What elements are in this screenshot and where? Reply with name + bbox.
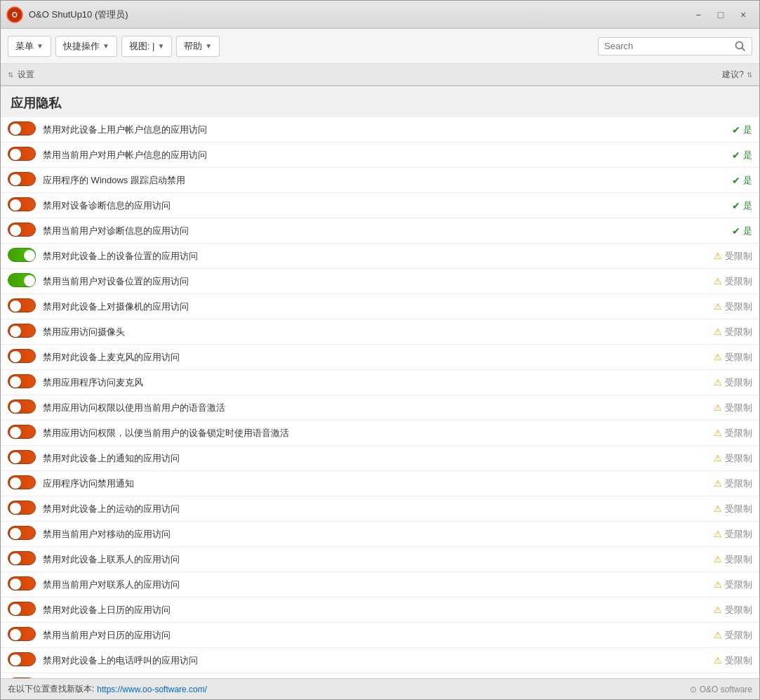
table-row: 禁用当前用户对日历的应用访问⚠受限制: [1, 623, 759, 648]
table-row: 禁用当前用户对联系人的应用访问⚠受限制: [1, 572, 759, 597]
toggle-switch[interactable]: [8, 273, 36, 287]
recommend-text: 受限制: [725, 553, 752, 566]
toggle-switch[interactable]: [8, 172, 36, 186]
menu-button[interactable]: 菜单 ▼: [8, 36, 51, 57]
row-label: 禁用对此设备上日历的应用访问: [43, 604, 668, 616]
table-row: 应用程序访问禁用通知⚠受限制: [1, 471, 759, 496]
table-row: 禁用对此设备上对摄像机的应用访问⚠受限制: [1, 294, 759, 319]
toggle-wrapper: [8, 147, 36, 163]
recommend-text: 受限制: [725, 250, 752, 263]
toggle-off-icon: [8, 576, 36, 590]
toggle-off-icon: [8, 298, 36, 312]
recommend-text: 受限制: [725, 326, 752, 338]
svg-text:O: O: [12, 11, 18, 19]
row-label: 应用程序访问禁用通知: [43, 477, 668, 490]
row-label: 应用程序的 Windows 跟踪启动禁用: [43, 174, 668, 187]
recommend-text: 受限制: [725, 427, 752, 440]
row-label: 禁用当前用户对联系人的应用访问: [43, 579, 668, 591]
toggle-switch[interactable]: [8, 248, 36, 262]
toggle-wrapper: [8, 121, 36, 138]
quickops-button[interactable]: 快捷操作 ▼: [55, 36, 117, 57]
app-icon: O: [6, 6, 23, 23]
toggle-switch[interactable]: [8, 576, 36, 590]
toggle-wrapper: [8, 602, 36, 618]
table-row: 禁用对此设备上的运动的应用访问⚠受限制: [1, 496, 759, 522]
recommend-cell: ⚠受限制: [668, 553, 752, 566]
toggle-switch[interactable]: [8, 324, 36, 338]
toggle-wrapper: [8, 475, 36, 491]
recommend-text: 受限制: [725, 579, 752, 591]
toggle-switch[interactable]: [8, 121, 36, 136]
recommend-cell: ⚠受限制: [668, 376, 752, 389]
row-label: 禁用对此设备上的设备位置的应用访问: [43, 250, 668, 263]
toggle-switch[interactable]: [8, 526, 36, 540]
toggle-switch[interactable]: [8, 501, 36, 515]
recommend-cell: ✔是: [668, 225, 752, 237]
maximize-button[interactable]: □: [710, 6, 731, 23]
toggle-off-icon: [8, 172, 36, 186]
recommend-cell: ⚠受限制: [668, 654, 752, 667]
search-input[interactable]: [604, 41, 731, 51]
warning-icon: ⚠: [714, 630, 722, 640]
warning-icon: ⚠: [714, 655, 722, 666]
view-button[interactable]: 视图: | ▼: [121, 36, 173, 57]
row-label: 禁用应用访问权限，以便当前用户的设备锁定时使用语音激活: [43, 427, 668, 440]
table-row: 禁用当前用户对设备位置的应用访问⚠受限制: [1, 269, 759, 294]
toggle-switch[interactable]: [8, 450, 36, 464]
toggle-switch[interactable]: [8, 425, 36, 439]
toggle-switch[interactable]: [8, 399, 36, 414]
warning-icon: ⚠: [714, 605, 722, 615]
recommend-text: 是: [743, 225, 752, 237]
row-label: 禁用当前用户对移动的应用访问: [43, 528, 668, 541]
col-setting-header[interactable]: ⇅ 设置: [8, 69, 668, 81]
window-controls: − □ ×: [688, 6, 754, 23]
recommend-cell: ⚠受限制: [668, 326, 752, 338]
checkmark-icon: ✔: [732, 200, 740, 211]
toggle-switch[interactable]: [8, 678, 36, 678]
row-label: 禁用应用访问权限以使用当前用户的语音激活: [43, 402, 668, 414]
toggle-switch[interactable]: [8, 147, 36, 161]
table-row: 禁用应用访问权限，以便当前用户的设备锁定时使用语音激活⚠受限制: [1, 421, 759, 446]
checkmark-icon: ✔: [732, 124, 740, 136]
recommend-text: 受限制: [725, 477, 752, 490]
toggle-off-icon: [8, 526, 36, 540]
toggle-switch[interactable]: [8, 349, 36, 363]
minimize-button[interactable]: −: [688, 6, 709, 23]
toggle-switch[interactable]: [8, 197, 36, 211]
toggle-off-icon: [8, 627, 36, 641]
warning-icon: ⚠: [714, 554, 722, 564]
recommend-cell: ⚠受限制: [668, 503, 752, 515]
toggle-switch[interactable]: [8, 223, 36, 237]
toggle-switch[interactable]: [8, 298, 36, 312]
status-link[interactable]: https://www.oo-software.com/: [97, 685, 207, 694]
toggle-switch[interactable]: [8, 475, 36, 489]
toggle-wrapper: [8, 501, 36, 517]
warning-icon: ⚠: [714, 251, 722, 261]
section-title: 应用隐私: [1, 86, 759, 117]
toggle-switch[interactable]: [8, 551, 36, 565]
toggle-switch[interactable]: [8, 374, 36, 388]
recommend-cell: ✔是: [668, 174, 752, 187]
toggle-switch[interactable]: [8, 602, 36, 616]
recommend-cell: ⚠受限制: [668, 301, 752, 313]
scroll-area[interactable]: 应用隐私 禁用对此设备上用户帐户信息的应用访问✔是禁用当前用户对用户帐户信息的应…: [1, 86, 759, 678]
help-button[interactable]: 帮助 ▼: [176, 36, 220, 57]
recommend-text: 受限制: [725, 452, 752, 465]
status-prefix: 在以下位置查找新版本:: [8, 683, 94, 695]
col-recommend-header[interactable]: 建议? ⇅: [668, 69, 752, 81]
close-button[interactable]: ×: [733, 6, 754, 23]
recommend-text: 受限制: [725, 503, 752, 515]
toggle-switch[interactable]: [8, 652, 36, 666]
help-chevron-icon: ▼: [205, 42, 212, 50]
toggle-switch[interactable]: [8, 627, 36, 641]
toggle-off-icon: [8, 425, 36, 439]
table-row: 禁用对此设备上联系人的应用访问⚠受限制: [1, 547, 759, 572]
toggle-wrapper: [8, 197, 36, 213]
title-bar: O O&O ShutUp10 (管理员) − □ ×: [1, 1, 759, 29]
warning-icon: ⚠: [714, 529, 722, 539]
toggle-off-icon: [8, 450, 36, 464]
quickops-chevron-icon: ▼: [102, 42, 109, 50]
toggle-wrapper: [8, 678, 36, 678]
toggle-off-icon: [8, 501, 36, 515]
row-label: 禁用对此设备上麦克风的应用访问: [43, 351, 668, 364]
